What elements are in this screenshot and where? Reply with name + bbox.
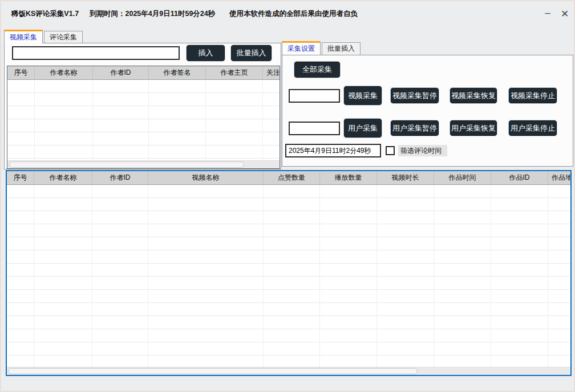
video-collect-stop-button[interactable]: 视频采集停止 <box>509 88 557 103</box>
video-collect-pause-button[interactable]: 视频采集暂停 <box>391 88 439 103</box>
disclaimer-label: 使用本软件造成的全部后果由使用者自负 <box>229 9 358 19</box>
col-author-name[interactable]: 作者名称 <box>34 171 92 184</box>
video-collect-button[interactable]: 视频采集 <box>344 86 382 105</box>
collect-all-button[interactable]: 全部采集 <box>294 62 340 78</box>
col-index[interactable]: 序号 <box>7 66 35 79</box>
col-author-home[interactable]: 作者主页 <box>206 66 263 79</box>
grid-column <box>149 80 206 160</box>
user-collect-pause-button[interactable]: 用户采集暂停 <box>391 120 439 136</box>
authors-table-hscrollbar[interactable] <box>7 160 280 168</box>
authors-table: 序号 作者名称 作者ID 作者签名 作者主页 关注 <box>7 66 280 169</box>
videos-table-header: 序号 作者名称 作者ID 视频名称 点赞数量 播放数量 视频时长 作品时间 作品… <box>7 171 570 185</box>
grid-column <box>206 80 263 160</box>
minimize-icon[interactable]: − <box>541 7 554 21</box>
collect-settings-panel: 采集设置 批量插入 全部采集 视频采集 视频采集暂停 视频采集恢复 视频采集停止… <box>282 41 573 167</box>
grid-column <box>434 185 491 367</box>
col-post-time[interactable]: 作品时间 <box>434 171 491 184</box>
col-follow[interactable]: 关注 <box>263 66 280 79</box>
grid-column <box>320 185 377 367</box>
col-duration[interactable]: 视频时长 <box>377 171 434 184</box>
authors-table-header: 序号 作者名称 作者ID 作者签名 作者主页 关注 <box>7 66 280 80</box>
insert-button[interactable]: 插入 <box>187 45 225 61</box>
left-tabstrip: 视频采集 评论采集 <box>4 30 84 43</box>
col-author-name[interactable]: 作者名称 <box>35 66 93 79</box>
title-bar: 稀饭KS评论采集V1.7 到期时间：2025年4月9日11时59分24秒 使用本… <box>1 1 574 27</box>
col-author-id[interactable]: 作者ID <box>93 66 149 79</box>
grid-column <box>491 185 548 367</box>
expire-time-label: 到期时间：2025年4月9日11时59分24秒 <box>90 9 215 19</box>
col-post-url[interactable]: 作品地址 <box>548 171 570 184</box>
right-tabstrip: 采集设置 批量插入 <box>282 41 362 55</box>
filter-comment-time-checkbox[interactable] <box>386 146 395 155</box>
col-video-name[interactable]: 视频名称 <box>148 171 264 184</box>
col-post-id[interactable]: 作品ID <box>491 171 548 184</box>
h-scrollbar-thumb[interactable] <box>8 368 418 374</box>
tab-video-collect[interactable]: 视频采集 <box>4 30 43 43</box>
user-collect-stop-button[interactable]: 用户采集停止 <box>509 120 557 136</box>
grid-column <box>7 80 35 160</box>
close-icon[interactable]: ✕ <box>558 7 572 21</box>
tab-batch-insert[interactable]: 批量插入 <box>322 42 361 55</box>
batch-insert-button[interactable]: 批量插入 <box>231 45 272 61</box>
grid-column <box>7 185 34 367</box>
videos-table-body <box>7 185 570 367</box>
col-author-id[interactable]: 作者ID <box>92 171 148 184</box>
video-count-input[interactable] <box>289 89 340 103</box>
user-count-input[interactable] <box>289 122 340 135</box>
url-input[interactable] <box>12 46 180 60</box>
col-plays[interactable]: 播放数量 <box>320 171 377 184</box>
video-collect-page: 插入 批量插入 序号 作者名称 作者ID 作者签名 作者主页 关注 <box>4 43 281 169</box>
col-likes[interactable]: 点赞数量 <box>264 171 320 184</box>
h-scrollbar-thumb[interactable] <box>9 161 244 168</box>
videos-table: 序号 作者名称 作者ID 视频名称 点赞数量 播放数量 视频时长 作品时间 作品… <box>6 170 572 376</box>
video-collect-panel: 视频采集 评论采集 插入 批量插入 序号 作者名称 作者ID 作者签名 作者主页… <box>4 30 281 169</box>
filter-comment-time-label: 筛选评论时间 <box>398 145 447 156</box>
col-author-sign[interactable]: 作者签名 <box>149 66 206 79</box>
tab-comment-collect[interactable]: 评论采集 <box>44 31 83 43</box>
grid-column <box>93 80 149 160</box>
col-index[interactable]: 序号 <box>7 171 34 184</box>
grid-column <box>92 185 148 367</box>
app-title: 稀饭KS评论采集V1.7 <box>11 9 79 19</box>
grid-column <box>148 185 264 367</box>
grid-column <box>264 185 320 367</box>
authors-table-body <box>7 80 280 160</box>
user-collect-resume-button[interactable]: 用户采集恢复 <box>450 120 497 136</box>
grid-column <box>34 185 92 367</box>
datetime-input[interactable] <box>285 144 381 157</box>
tab-collect-settings[interactable]: 采集设置 <box>282 41 321 55</box>
grid-column <box>35 80 93 160</box>
video-collect-resume-button[interactable]: 视频采集恢复 <box>450 88 497 103</box>
grid-column <box>377 185 434 367</box>
collect-settings-page: 全部采集 视频采集 视频采集暂停 视频采集恢复 视频采集停止 用户采集 用户采集… <box>282 55 573 167</box>
user-collect-button[interactable]: 用户采集 <box>344 119 382 138</box>
videos-table-hscrollbar[interactable] <box>7 367 570 375</box>
